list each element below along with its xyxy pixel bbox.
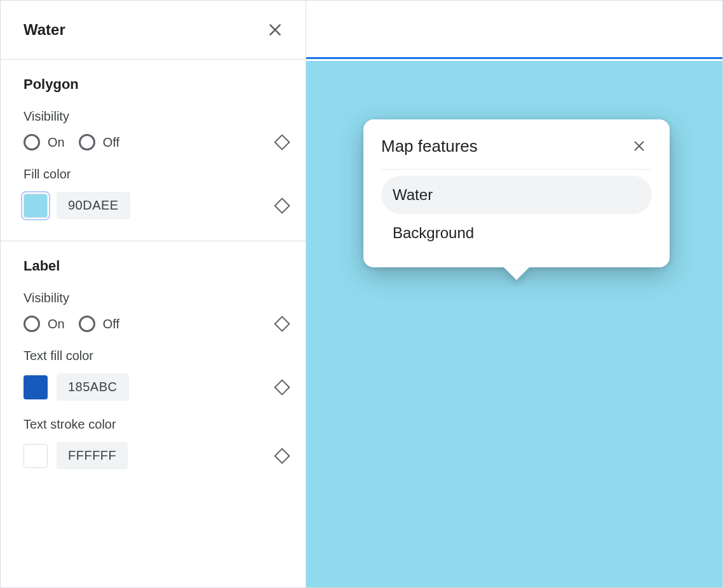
popover-title: Map features [381,137,478,156]
radio-label-on: On [48,135,65,150]
label-text-fill-row: 185ABC [24,373,288,401]
polygon-fill-swatch[interactable] [24,194,48,218]
radio-label-on: On [48,317,65,331]
popover-list: Water Background [381,176,652,252]
page-title: Water [24,21,65,39]
polygon-visibility-group: On Off [24,134,128,150]
inherit-toggle-icon[interactable] [274,197,290,213]
polygon-fill-color-picker: 90DAEE [24,192,130,219]
popover-item-background[interactable]: Background [381,214,652,252]
close-icon [267,22,283,38]
radio-icon [79,316,95,332]
preview-topbar [306,1,722,59]
label-visibility-off[interactable]: Off [79,316,119,332]
close-button[interactable] [262,17,288,43]
label-visibility-label: Visibility [24,291,288,305]
label-text-fill-hex[interactable]: 185ABC [57,373,129,401]
section-polygon: Polygon Visibility On Off Fill color 90D… [1,60,306,241]
label-text-fill-picker: 185ABC [24,373,129,401]
label-visibility-row: On Off [24,316,288,332]
inherit-toggle-icon[interactable] [274,379,290,395]
inherit-toggle-icon[interactable] [274,134,290,150]
inherit-toggle-icon[interactable] [274,448,290,464]
label-text-stroke-swatch[interactable] [24,444,48,468]
label-text-fill-label: Text fill color [24,349,288,363]
radio-label-off: Off [103,317,119,331]
sidebar-header: Water [1,1,306,60]
polygon-visibility-off[interactable]: Off [79,134,119,150]
popover-item-water[interactable]: Water [381,176,652,214]
popover-close-button[interactable] [626,133,652,159]
close-icon [632,139,646,153]
label-visibility-group: On Off [24,316,128,332]
label-text-fill-swatch[interactable] [24,375,48,399]
section-polygon-title: Polygon [24,76,288,93]
section-label: Label Visibility On Off Text fill color … [1,241,306,491]
label-visibility-on[interactable]: On [24,316,65,332]
label-text-stroke-hex[interactable]: FFFFFF [57,442,128,469]
label-text-stroke-picker: FFFFFF [24,442,128,469]
style-sidebar: Water Polygon Visibility On Off [1,1,306,587]
label-text-stroke-row: FFFFFF [24,442,288,469]
polygon-fill-color-row: 90DAEE [24,192,288,219]
popover-header: Map features [381,133,652,170]
radio-icon [79,134,95,150]
radio-icon [24,316,40,332]
label-text-stroke-label: Text stroke color [24,417,288,432]
radio-label-off: Off [103,135,119,150]
map-preview [306,1,722,587]
map-features-popover: Map features Water Background [363,119,670,267]
radio-icon [24,134,40,150]
polygon-visibility-label: Visibility [24,109,288,124]
section-label-title: Label [24,258,288,274]
polygon-fill-hex[interactable]: 90DAEE [57,192,130,219]
inherit-toggle-icon[interactable] [274,316,290,331]
polygon-visibility-on[interactable]: On [24,134,65,150]
polygon-fill-color-label: Fill color [24,167,288,182]
polygon-visibility-row: On Off [24,134,288,150]
